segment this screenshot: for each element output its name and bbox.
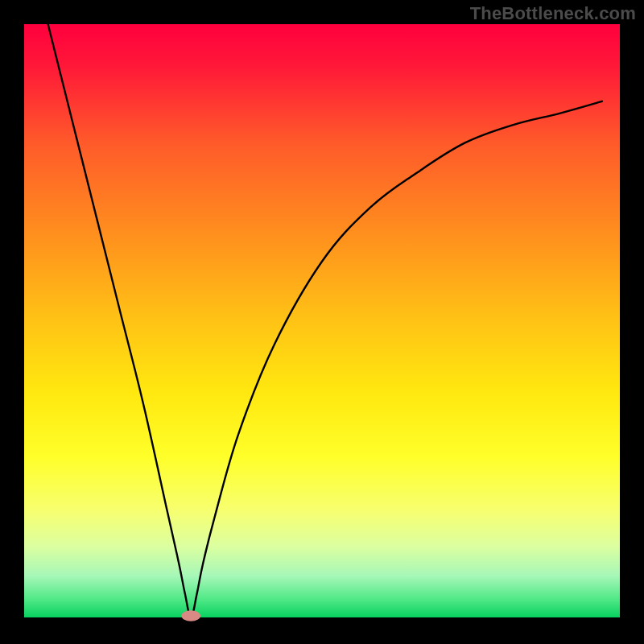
watermark-text: TheBottleneck.com: [470, 3, 636, 24]
chart-container: TheBottleneck.com: [0, 0, 644, 644]
chart-svg: [0, 0, 644, 644]
minimum-marker: [181, 610, 200, 621]
plot-area: [24, 24, 620, 617]
